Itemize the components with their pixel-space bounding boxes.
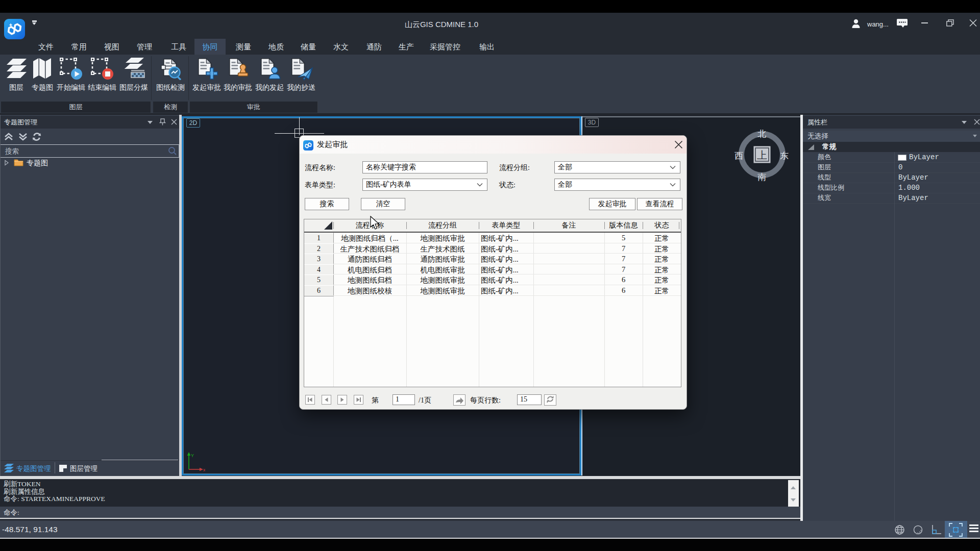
svg-text:Y: Y: [191, 453, 194, 458]
svg-text:上: 上: [757, 149, 767, 161]
svg-text:x: x: [203, 467, 205, 472]
